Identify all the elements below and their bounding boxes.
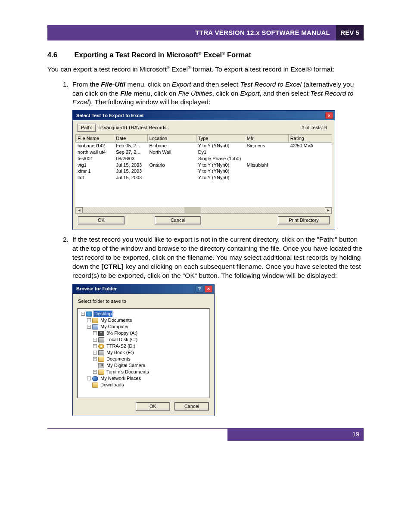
table-cell: Jul 15, 2003 [114, 162, 147, 168]
s1-futil: File Utilities [178, 90, 212, 97]
table-cell: Dy1 [196, 149, 245, 156]
net-icon [92, 376, 98, 381]
table-cell: Y to Y (YNyn0) [196, 162, 245, 168]
intro-b: Excel [170, 65, 188, 73]
table-row[interactable]: vtg1Jul 15, 2003OntarioY to Y (YNyn0)Mit… [76, 162, 332, 168]
intro-paragraph: You can export a test record in Microsof… [47, 65, 364, 74]
ok-button[interactable]: OK [78, 216, 125, 224]
section-title-a: Exporting a Test Record in Microsoft [75, 51, 199, 59]
table-cell [288, 149, 332, 156]
table-cell: binbane t142 [76, 143, 114, 149]
s1-tre: Test Record to Excel [240, 81, 301, 88]
table-cell [245, 156, 288, 162]
tree-spacer [93, 364, 97, 367]
help-icon[interactable]: ? [196, 286, 203, 292]
folder-tree[interactable]: −Desktop+My Documents−My Computer+3½ Flo… [77, 308, 210, 398]
desktop-icon [86, 311, 92, 317]
tree-item-label: Tamim's Documents [106, 369, 150, 375]
step-2: 2. If the test record you would like to … [63, 235, 364, 416]
collapse-icon[interactable]: − [81, 312, 85, 316]
table-header[interactable]: Mfr. [245, 135, 288, 143]
tree-item[interactable]: +My Documents [81, 317, 209, 324]
scroll-track[interactable] [83, 207, 325, 213]
expand-icon[interactable]: + [93, 370, 97, 374]
table-cell [147, 174, 196, 181]
table-header[interactable]: Location [147, 135, 196, 143]
table-row[interactable]: test00108/26/03Single Phase (1ph0) [76, 156, 332, 162]
tree-item-label: Desktop [93, 311, 112, 317]
table-header-row: File NameDateLocationTypeMfr.Rating [76, 135, 332, 143]
s2-ctrl: [CTRL] [101, 263, 124, 270]
header-title: TTRA VERSION 12.x SOFTWARE MANUAL [62, 25, 336, 40]
tree-item[interactable]: +3½ Floppy (A:) [81, 330, 209, 336]
table-header[interactable]: Date [114, 135, 147, 143]
ok-button[interactable]: OK [136, 402, 170, 411]
tree-item-label: My Network Places [100, 375, 142, 382]
cam-icon [98, 363, 104, 368]
table-header[interactable]: Type [196, 135, 245, 143]
close-icon[interactable]: × [325, 112, 333, 119]
reg-3: ® [167, 65, 170, 70]
tree-item-label: My Book (E:) [106, 349, 135, 356]
path-button[interactable]: Path: [77, 124, 96, 132]
tree-item[interactable]: +Documents [81, 356, 209, 362]
table-cell [245, 174, 288, 181]
folder-open-icon [98, 357, 104, 362]
table-cell: Sep 27, 2... [114, 149, 147, 156]
records-table[interactable]: File NameDateLocationTypeMfr.Rating binb… [75, 134, 332, 207]
s1f: , click on [212, 90, 240, 97]
tree-item[interactable]: +My Network Places [81, 375, 209, 382]
table-cell [245, 149, 288, 156]
s1b: menu, click on [125, 81, 172, 88]
table-cell: Y to Y (YNyn0) [196, 174, 245, 181]
tree-item[interactable]: +Tamim's Documents [81, 369, 209, 375]
table-row[interactable]: north wall ut4Sep 27, 2...North WallDy1 [76, 149, 332, 156]
folder-icon [92, 383, 98, 388]
s1-fileutil: File-Util [101, 81, 125, 88]
disk-icon [98, 337, 104, 342]
tree-item[interactable]: +Local Disk (C:) [81, 336, 209, 343]
horizontal-scrollbar[interactable]: ◄ ► [75, 207, 332, 214]
tree-item[interactable]: −Desktop [81, 311, 209, 317]
table-cell: Binbane [147, 143, 196, 149]
table-row[interactable]: xfmr 1Jul 15, 2003Y to Y (YNyn0) [76, 168, 332, 174]
tree-item-label: My Documents [100, 317, 133, 324]
tree-item[interactable]: +TTRA-S2 (D:) [81, 343, 209, 349]
scroll-thumb[interactable] [184, 207, 201, 213]
tree-item[interactable]: My Digital Camera [81, 362, 209, 369]
table-cell: North Wall [147, 149, 196, 156]
header-accent [47, 25, 62, 40]
collapse-icon[interactable]: − [87, 325, 91, 329]
close-icon[interactable]: × [205, 286, 212, 292]
export-dialog-title: Select Test To Export to Excel [76, 112, 325, 119]
table-cell: Jul 15, 2003 [114, 168, 147, 174]
print-directory-button[interactable]: Print Directory [278, 216, 330, 224]
tree-item[interactable]: −My Computer [81, 324, 209, 330]
table-header[interactable]: Rating [288, 135, 332, 143]
expand-icon[interactable]: + [93, 351, 97, 355]
table-header[interactable]: File Name [76, 135, 114, 143]
expand-icon[interactable]: + [87, 376, 91, 380]
expand-icon[interactable]: + [93, 331, 97, 335]
step-1-text: From the File-Util menu, click on Export… [72, 81, 354, 106]
expand-icon[interactable]: + [93, 344, 97, 348]
s1a: From the [72, 81, 101, 88]
table-cell [288, 156, 332, 162]
scroll-left-icon[interactable]: ◄ [76, 207, 83, 213]
table-row[interactable]: ltc1Jul 15, 2003Y to Y (YNyn0) [76, 174, 332, 181]
table-row[interactable]: binbane t142Feb 05, 2...BinbaneY to Y (Y… [76, 143, 332, 149]
table-cell: Single Phase (1ph0) [196, 156, 245, 162]
browse-folder-dialog: Browse for Folder ? × Select folder to s… [72, 284, 215, 417]
intro-a: You can export a test record in Microsof… [47, 65, 167, 73]
reg-4: ® [188, 65, 191, 70]
tree-item[interactable]: +My Book (E:) [81, 349, 209, 356]
cancel-button[interactable]: Cancel [174, 402, 209, 411]
tree-item[interactable]: Downloads [81, 382, 209, 388]
scroll-right-icon[interactable]: ► [325, 207, 332, 213]
expand-icon[interactable]: + [93, 357, 97, 361]
header-rev: REV 5 [336, 25, 364, 40]
floppy-icon [98, 331, 104, 336]
expand-icon[interactable]: + [93, 338, 97, 342]
cancel-button[interactable]: Cancel [155, 216, 201, 224]
expand-icon[interactable]: + [87, 318, 91, 322]
